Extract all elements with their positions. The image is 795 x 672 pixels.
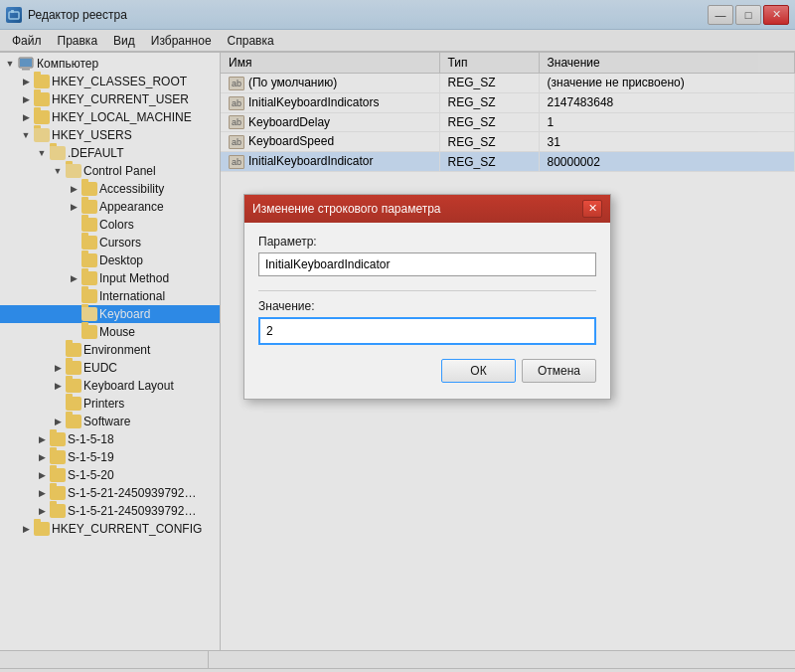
param-label: Параметр: xyxy=(258,235,596,249)
dialog-title-bar: Изменение строкового параметра ✕ xyxy=(244,195,610,223)
param-input[interactable] xyxy=(258,252,596,276)
value-label: Значение: xyxy=(258,299,596,313)
dialog-body: Параметр: Значение: ОК Отмена xyxy=(244,223,610,399)
dialog-divider xyxy=(258,290,596,291)
dialog-title: Изменение строкового параметра xyxy=(252,202,441,216)
ok-button[interactable]: ОК xyxy=(441,359,516,383)
dialog-buttons: ОК Отмена xyxy=(258,355,596,387)
value-input[interactable] xyxy=(258,317,596,345)
cancel-button[interactable]: Отмена xyxy=(522,359,596,383)
dialog-overlay: Изменение строкового параметра ✕ Парамет… xyxy=(0,0,795,672)
dialog-close-button[interactable]: ✕ xyxy=(582,200,602,218)
edit-string-dialog: Изменение строкового параметра ✕ Парамет… xyxy=(243,194,611,400)
